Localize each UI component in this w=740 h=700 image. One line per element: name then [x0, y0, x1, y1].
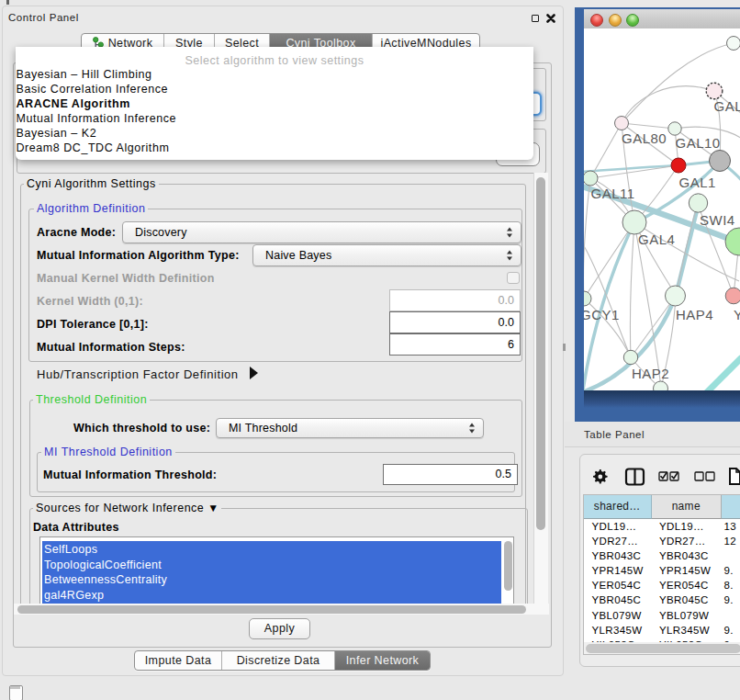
svg-text:GCY1: GCY1: [584, 307, 620, 322]
svg-text:GAL80: GAL80: [622, 130, 667, 146]
svg-text:GAL4: GAL4: [638, 231, 675, 247]
svg-text:HAP2: HAP2: [632, 366, 669, 381]
svg-text:SWI4: SWI4: [700, 212, 735, 228]
svg-text:GAL11: GAL11: [591, 186, 635, 201]
svg-text:GAL10: GAL10: [676, 135, 721, 151]
svg-text:HAP4: HAP4: [676, 307, 713, 322]
svg-text:Y: Y: [734, 307, 740, 322]
svg-text:GAL1: GAL1: [679, 175, 716, 190]
svg-text:GAL7: GAL7: [714, 98, 740, 114]
